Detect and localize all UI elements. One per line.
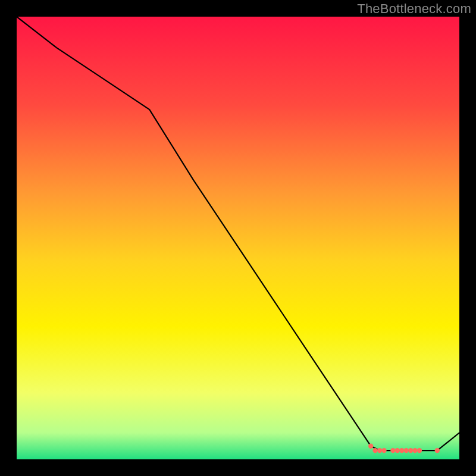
marker-dot: [417, 448, 422, 453]
marker-dot: [372, 448, 377, 453]
marker-dot: [412, 448, 417, 453]
chart-line-layer: [17, 17, 459, 459]
marker-dot: [377, 448, 382, 453]
marker-band: [368, 444, 440, 453]
marker-dot: [435, 448, 440, 453]
marker-dot: [404, 448, 409, 453]
marker-dot: [408, 448, 413, 453]
watermark-text: TheBottleneck.com: [357, 1, 471, 17]
marker-dot: [399, 448, 404, 453]
marker-dot: [395, 448, 400, 453]
marker-dot: [381, 448, 386, 453]
bottleneck-curve: [17, 17, 459, 450]
marker-dot: [390, 448, 395, 453]
chart-plot-area: [17, 17, 459, 459]
marker-dot: [368, 444, 373, 449]
